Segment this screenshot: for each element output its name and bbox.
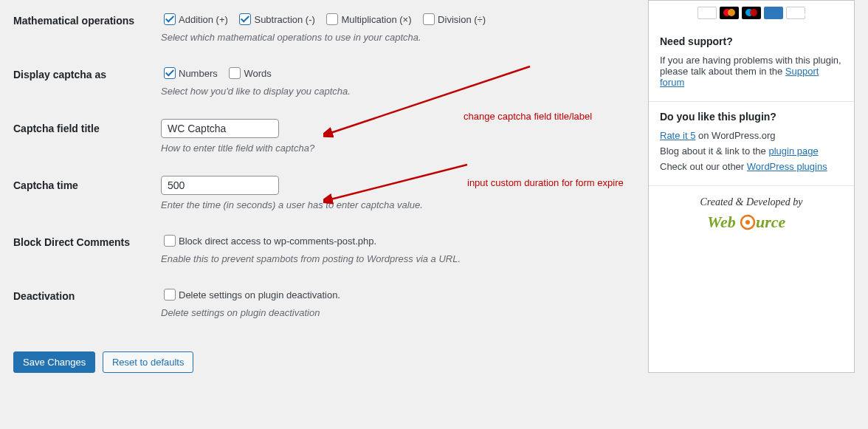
wordpress-plugins-link[interactable]: WordPress plugins xyxy=(747,161,827,172)
checkbox-division-label: Division (÷) xyxy=(438,14,486,25)
checkbox-words[interactable]: Words xyxy=(226,65,271,81)
block-direct-label: Block Direct Comments xyxy=(13,222,161,275)
checkbox-subtraction-label: Subtraction (-) xyxy=(254,14,314,25)
checkbox-deactivation-label: Delete settings on plugin deactivation. xyxy=(179,289,340,301)
rate-link[interactable]: Rate it 5 xyxy=(660,130,695,141)
svg-point-4 xyxy=(745,220,750,224)
checkbox-multiplication-input[interactable] xyxy=(326,13,338,25)
checkbox-division[interactable]: Division (÷) xyxy=(420,11,486,27)
checkbox-numbers-input[interactable] xyxy=(164,67,176,79)
maestro-icon xyxy=(742,7,761,19)
checkbox-numbers[interactable]: Numbers xyxy=(161,65,218,81)
checkbox-addition-label: Addition (+) xyxy=(179,14,228,25)
checkbox-subtraction-input[interactable] xyxy=(239,13,251,25)
checkbox-numbers-label: Numbers xyxy=(179,68,218,79)
checkbox-division-input[interactable] xyxy=(423,13,435,25)
captcha-time-label: Captcha time xyxy=(13,165,161,222)
mastercard-icon xyxy=(720,7,739,19)
rate-after: on WordPress.org xyxy=(695,130,775,141)
captcha-time-description: Enter the time (in seconds) a user has t… xyxy=(161,199,626,210)
math-ops-label: Mathematical operations xyxy=(13,0,161,54)
discover-icon: DISCOVER xyxy=(786,7,805,19)
checkbox-multiplication-label: Multiplication (×) xyxy=(341,14,411,25)
save-button[interactable]: Save Changes xyxy=(13,351,95,373)
reset-button[interactable]: Reset to defaults xyxy=(103,351,194,373)
deactivation-description: Delete settings on plugin deactivation xyxy=(161,307,626,318)
checkbox-addition[interactable]: Addition (+) xyxy=(161,11,228,27)
plugin-page-link[interactable]: plugin page xyxy=(768,145,818,157)
field-title-label: Captcha field title xyxy=(13,108,161,165)
support-heading: Need support? xyxy=(660,35,843,47)
amex-icon xyxy=(764,7,783,19)
sidebar: VISA DISCOVER Need support? If you are h… xyxy=(648,0,855,373)
blog-before: Blog about it & link to the xyxy=(660,145,768,157)
checkbox-addition-input[interactable] xyxy=(164,13,176,25)
settings-form: Mathematical operations Addition (+) Sub… xyxy=(13,0,648,373)
field-title-description: How to enter title field with captcha? xyxy=(161,143,626,154)
svg-text:Web: Web xyxy=(707,213,736,231)
math-ops-description: Select which mathematical operations to … xyxy=(161,32,626,43)
visa-icon: VISA xyxy=(698,7,717,19)
checkbox-words-label: Words xyxy=(244,68,271,79)
display-as-description: Select how you'd like to display you cap… xyxy=(161,86,626,97)
other-before: Check out our other xyxy=(660,161,747,172)
checkbox-block-direct-input[interactable] xyxy=(164,235,176,247)
captcha-title-input[interactable] xyxy=(161,119,279,138)
display-as-label: Display captcha as xyxy=(13,54,161,108)
created-by: Created & Developed by Web urce xyxy=(649,186,854,248)
checkbox-block-direct[interactable]: Block direct access to wp-comments-post.… xyxy=(161,233,376,249)
checkbox-block-direct-label: Block direct access to wp-comments-post.… xyxy=(179,236,376,247)
webource-logo: Web urce xyxy=(656,213,847,235)
block-direct-description: Enable this to prevent spambots from pos… xyxy=(161,253,626,264)
checkbox-deactivation[interactable]: Delete settings on plugin deactivation. xyxy=(161,286,340,303)
checkbox-deactivation-input[interactable] xyxy=(164,289,176,301)
checkbox-subtraction[interactable]: Subtraction (-) xyxy=(236,11,314,27)
payment-card-icons: VISA DISCOVER xyxy=(649,1,854,27)
deactivation-label: Deactivation xyxy=(13,275,161,329)
checkbox-words-input[interactable] xyxy=(229,67,241,79)
captcha-time-input[interactable] xyxy=(161,176,279,195)
svg-text:urce: urce xyxy=(756,213,786,231)
checkbox-multiplication[interactable]: Multiplication (×) xyxy=(323,11,411,27)
like-heading: Do you like this plugin? xyxy=(660,111,843,123)
